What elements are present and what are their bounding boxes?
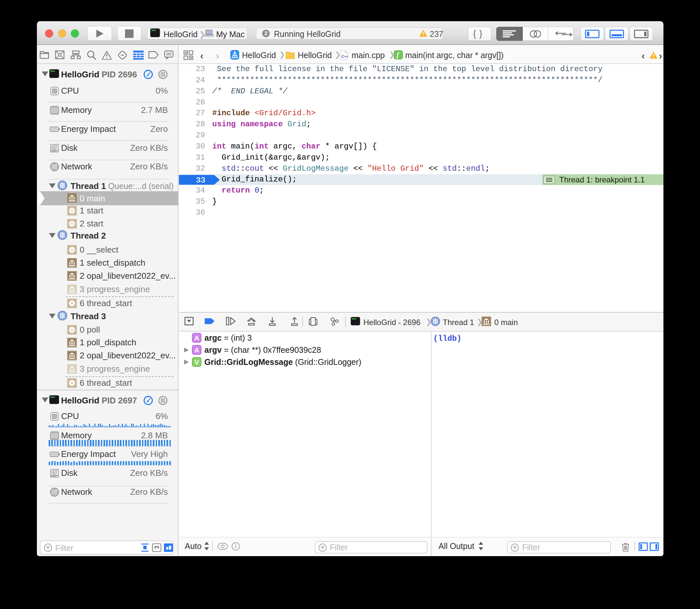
svg-text:C++: C++ [342,54,348,58]
